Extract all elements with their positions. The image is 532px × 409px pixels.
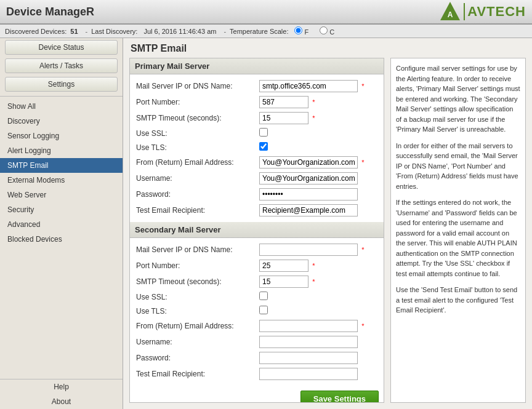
secondary-from-row: From (Return) Email Address: * xyxy=(134,318,380,334)
sidebar-divider xyxy=(0,96,123,97)
secondary-timeout-input[interactable] xyxy=(259,276,308,288)
sidebar-item-security[interactable]: Security xyxy=(0,202,123,217)
port-label: Port Number: xyxy=(136,98,259,106)
app-title: Device ManageR xyxy=(6,6,94,18)
sidebar-item-external-modems[interactable]: External Modems xyxy=(0,173,123,188)
secondary-ssl-checkbox[interactable] xyxy=(259,292,268,300)
sep2: - xyxy=(224,28,226,35)
primary-tls-checkbox[interactable] xyxy=(259,142,268,151)
primary-timeout-input-wrap: * xyxy=(259,112,377,124)
primary-ssl-row: Use SSL: xyxy=(134,126,380,140)
secondary-timeout-row: SMTP Timeout (seconds): * xyxy=(134,274,380,290)
secondary-port-input[interactable] xyxy=(259,260,308,272)
sec-port-label: Port Number: xyxy=(136,261,259,270)
timeout-label: SMTP Timeout (seconds): xyxy=(136,114,259,122)
sidebar-item-sensor-logging[interactable]: Sensor Logging xyxy=(0,129,123,143)
sidebar-about-button[interactable]: About xyxy=(0,394,123,409)
content-body: Primary Mail Server Mail Server IP or DN… xyxy=(123,58,532,409)
svg-text:A: A xyxy=(448,10,453,19)
sidebar-item-smtp-email[interactable]: SMTP Email xyxy=(0,158,123,173)
sidebar-item-show-all[interactable]: Show All xyxy=(0,99,123,114)
primary-ssl-checkbox[interactable] xyxy=(259,128,268,137)
save-settings-button[interactable]: Save Settings xyxy=(300,391,379,403)
form-panel: Primary Mail Server Mail Server IP or DN… xyxy=(129,58,384,403)
main-layout: Device Status Alerts / Tasks Settings Sh… xyxy=(0,38,532,409)
secondary-mail-server-row: Mail Server IP or DNS Name: * xyxy=(134,242,380,258)
logo-text: AVTECH xyxy=(467,4,526,20)
primary-password-row: Password: xyxy=(134,186,380,202)
secondary-mail-server-input[interactable] xyxy=(259,244,358,256)
primary-password-input-wrap xyxy=(259,188,377,201)
device-status-button[interactable]: Device Status xyxy=(5,40,118,55)
secondary-password-row: Password: xyxy=(134,350,380,366)
discovered-count: 51 xyxy=(70,28,78,35)
secondary-username-row: Username: xyxy=(134,334,380,350)
alerts-tasks-button[interactable]: Alerts / Tasks xyxy=(5,58,118,73)
temp-radio-f[interactable] xyxy=(294,26,302,34)
secondary-mail-server-input-wrap: * xyxy=(259,244,377,256)
primary-section-header: Primary Mail Server xyxy=(130,58,384,74)
sec-username-label: Username: xyxy=(136,338,259,346)
secondary-from-input-wrap: * xyxy=(259,320,377,332)
primary-test-recipient-input-wrap xyxy=(259,204,377,216)
primary-username-input[interactable] xyxy=(259,172,358,185)
secondary-test-recipient-input[interactable] xyxy=(259,368,358,380)
secondary-timeout-input-wrap: * xyxy=(259,276,377,288)
required-star-5: * xyxy=(361,246,364,253)
sec-use-ssl-label: Use SSL: xyxy=(136,293,259,301)
secondary-password-input-wrap xyxy=(259,352,377,364)
content-area: SMTP Email Primary Mail Server Mail Serv… xyxy=(123,38,532,409)
password-label: Password: xyxy=(136,190,259,199)
last-discovery-value: Jul 6, 2016 11:46:43 am xyxy=(143,28,216,35)
page-title: SMTP Email xyxy=(123,38,532,58)
secondary-username-input-wrap xyxy=(259,336,377,348)
discovered-label: Discovered Devices: xyxy=(5,28,66,35)
primary-from-input[interactable] xyxy=(259,156,358,169)
sec-from-label: From (Return) Email Address: xyxy=(136,322,259,330)
temp-radio-f-area[interactable]: F xyxy=(294,26,312,36)
sidebar-item-alert-logging[interactable]: Alert Logging xyxy=(0,143,123,158)
primary-tls-input-wrap xyxy=(259,142,377,153)
from-label: From (Return) Email Address: xyxy=(136,158,259,167)
primary-timeout-input[interactable] xyxy=(259,112,308,124)
settings-button[interactable]: Settings xyxy=(5,77,118,92)
primary-port-input-wrap: * xyxy=(259,96,377,108)
sidebar: Device Status Alerts / Tasks Settings Sh… xyxy=(0,38,123,409)
temp-radio-c-area[interactable]: C xyxy=(320,26,338,36)
secondary-tls-input-wrap xyxy=(259,306,377,316)
secondary-test-recipient-input-wrap xyxy=(259,368,377,380)
primary-port-row: Port Number: * xyxy=(134,94,380,110)
secondary-username-input[interactable] xyxy=(259,336,358,348)
sec-timeout-label: SMTP Timeout (seconds): xyxy=(136,277,259,286)
primary-test-recipient-input[interactable] xyxy=(259,204,358,216)
secondary-tls-checkbox[interactable] xyxy=(259,306,268,314)
test-recipient-label: Test Email Recipient: xyxy=(136,206,259,215)
last-discovery-label: Last Discovery: xyxy=(91,28,137,35)
secondary-from-input[interactable] xyxy=(259,320,358,332)
required-star-3: * xyxy=(312,114,315,122)
save-row: Save Settings xyxy=(130,386,384,403)
temp-c-label: C xyxy=(329,28,334,36)
sidebar-item-blocked-devices[interactable]: Blocked Devices xyxy=(0,232,123,247)
sidebar-spacer xyxy=(0,247,123,379)
sidebar-item-discovery[interactable]: Discovery xyxy=(0,114,123,129)
required-star-6: * xyxy=(312,262,315,269)
required-star-4: * xyxy=(361,159,364,166)
primary-tls-row: Use TLS: xyxy=(134,140,380,154)
secondary-password-input[interactable] xyxy=(259,352,358,364)
top-status-bar: Discovered Devices: 51 - Last Discovery:… xyxy=(0,25,532,38)
primary-mail-server-input[interactable] xyxy=(259,80,358,92)
required-star-7: * xyxy=(312,278,315,285)
temp-radio-c[interactable] xyxy=(320,26,328,34)
primary-timeout-row: SMTP Timeout (seconds): * xyxy=(134,110,380,126)
primary-mail-server-row: Mail Server IP or DNS Name: * xyxy=(134,78,380,94)
sec-test-recipient-label: Test Email Recipient: xyxy=(136,370,259,378)
secondary-port-input-wrap: * xyxy=(259,260,377,272)
temp-f-label: F xyxy=(305,28,309,36)
sep1: - xyxy=(86,28,88,35)
primary-password-input[interactable] xyxy=(259,188,358,201)
sidebar-item-web-server[interactable]: Web Server xyxy=(0,188,123,202)
sidebar-item-advanced[interactable]: Advanced xyxy=(0,217,123,232)
primary-port-input[interactable] xyxy=(259,96,308,108)
sidebar-help-button[interactable]: Help xyxy=(0,379,123,394)
